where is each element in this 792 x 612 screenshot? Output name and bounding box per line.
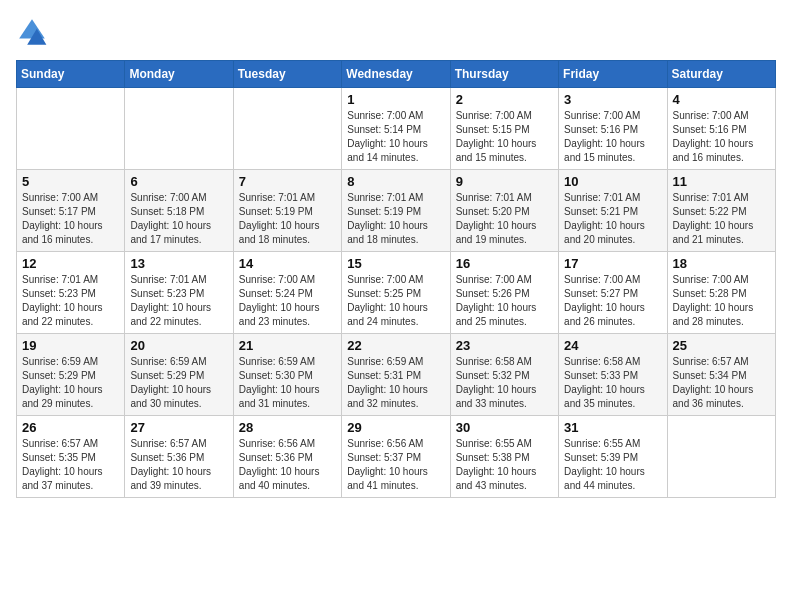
calendar-cell: 12Sunrise: 7:01 AM Sunset: 5:23 PM Dayli… <box>17 252 125 334</box>
calendar-cell: 23Sunrise: 6:58 AM Sunset: 5:32 PM Dayli… <box>450 334 558 416</box>
day-number: 13 <box>130 256 227 271</box>
calendar-cell: 10Sunrise: 7:01 AM Sunset: 5:21 PM Dayli… <box>559 170 667 252</box>
day-number: 23 <box>456 338 553 353</box>
calendar-cell: 14Sunrise: 7:00 AM Sunset: 5:24 PM Dayli… <box>233 252 341 334</box>
day-info: Sunrise: 6:59 AM Sunset: 5:29 PM Dayligh… <box>22 355 119 411</box>
calendar-cell: 13Sunrise: 7:01 AM Sunset: 5:23 PM Dayli… <box>125 252 233 334</box>
day-number: 12 <box>22 256 119 271</box>
svg-marker-0 <box>19 19 45 38</box>
day-number: 8 <box>347 174 444 189</box>
calendar-cell: 7Sunrise: 7:01 AM Sunset: 5:19 PM Daylig… <box>233 170 341 252</box>
day-info: Sunrise: 7:00 AM Sunset: 5:16 PM Dayligh… <box>564 109 661 165</box>
day-number: 10 <box>564 174 661 189</box>
day-number: 11 <box>673 174 770 189</box>
day-info: Sunrise: 7:01 AM Sunset: 5:20 PM Dayligh… <box>456 191 553 247</box>
calendar-cell: 8Sunrise: 7:01 AM Sunset: 5:19 PM Daylig… <box>342 170 450 252</box>
day-number: 18 <box>673 256 770 271</box>
logo <box>16 16 52 48</box>
calendar-cell: 17Sunrise: 7:00 AM Sunset: 5:27 PM Dayli… <box>559 252 667 334</box>
day-info: Sunrise: 7:00 AM Sunset: 5:18 PM Dayligh… <box>130 191 227 247</box>
day-number: 25 <box>673 338 770 353</box>
calendar-cell: 25Sunrise: 6:57 AM Sunset: 5:34 PM Dayli… <box>667 334 775 416</box>
day-number: 19 <box>22 338 119 353</box>
calendar-cell: 24Sunrise: 6:58 AM Sunset: 5:33 PM Dayli… <box>559 334 667 416</box>
calendar-cell <box>125 88 233 170</box>
week-row-1: 1Sunrise: 7:00 AM Sunset: 5:14 PM Daylig… <box>17 88 776 170</box>
day-info: Sunrise: 6:55 AM Sunset: 5:39 PM Dayligh… <box>564 437 661 493</box>
week-row-5: 26Sunrise: 6:57 AM Sunset: 5:35 PM Dayli… <box>17 416 776 498</box>
calendar-cell <box>667 416 775 498</box>
day-info: Sunrise: 7:00 AM Sunset: 5:17 PM Dayligh… <box>22 191 119 247</box>
day-info: Sunrise: 6:57 AM Sunset: 5:34 PM Dayligh… <box>673 355 770 411</box>
day-number: 6 <box>130 174 227 189</box>
weekday-header-monday: Monday <box>125 61 233 88</box>
day-info: Sunrise: 7:00 AM Sunset: 5:15 PM Dayligh… <box>456 109 553 165</box>
day-info: Sunrise: 7:01 AM Sunset: 5:19 PM Dayligh… <box>347 191 444 247</box>
calendar-cell: 29Sunrise: 6:56 AM Sunset: 5:37 PM Dayli… <box>342 416 450 498</box>
day-info: Sunrise: 7:00 AM Sunset: 5:14 PM Dayligh… <box>347 109 444 165</box>
day-number: 9 <box>456 174 553 189</box>
weekday-header-friday: Friday <box>559 61 667 88</box>
day-number: 21 <box>239 338 336 353</box>
day-number: 17 <box>564 256 661 271</box>
calendar-cell: 3Sunrise: 7:00 AM Sunset: 5:16 PM Daylig… <box>559 88 667 170</box>
day-info: Sunrise: 6:59 AM Sunset: 5:29 PM Dayligh… <box>130 355 227 411</box>
day-number: 15 <box>347 256 444 271</box>
logo-icon <box>16 16 48 48</box>
day-number: 31 <box>564 420 661 435</box>
day-number: 4 <box>673 92 770 107</box>
day-number: 28 <box>239 420 336 435</box>
calendar-cell: 22Sunrise: 6:59 AM Sunset: 5:31 PM Dayli… <box>342 334 450 416</box>
calendar-cell: 16Sunrise: 7:00 AM Sunset: 5:26 PM Dayli… <box>450 252 558 334</box>
day-info: Sunrise: 7:01 AM Sunset: 5:23 PM Dayligh… <box>130 273 227 329</box>
day-number: 14 <box>239 256 336 271</box>
calendar-cell: 18Sunrise: 7:00 AM Sunset: 5:28 PM Dayli… <box>667 252 775 334</box>
calendar-cell: 26Sunrise: 6:57 AM Sunset: 5:35 PM Dayli… <box>17 416 125 498</box>
page: SundayMondayTuesdayWednesdayThursdayFrid… <box>0 0 792 514</box>
day-number: 16 <box>456 256 553 271</box>
weekday-header-tuesday: Tuesday <box>233 61 341 88</box>
day-info: Sunrise: 6:56 AM Sunset: 5:37 PM Dayligh… <box>347 437 444 493</box>
day-info: Sunrise: 7:00 AM Sunset: 5:28 PM Dayligh… <box>673 273 770 329</box>
weekday-header-wednesday: Wednesday <box>342 61 450 88</box>
calendar-cell: 28Sunrise: 6:56 AM Sunset: 5:36 PM Dayli… <box>233 416 341 498</box>
weekday-header-row: SundayMondayTuesdayWednesdayThursdayFrid… <box>17 61 776 88</box>
day-info: Sunrise: 6:55 AM Sunset: 5:38 PM Dayligh… <box>456 437 553 493</box>
day-info: Sunrise: 7:01 AM Sunset: 5:19 PM Dayligh… <box>239 191 336 247</box>
week-row-3: 12Sunrise: 7:01 AM Sunset: 5:23 PM Dayli… <box>17 252 776 334</box>
day-info: Sunrise: 7:00 AM Sunset: 5:25 PM Dayligh… <box>347 273 444 329</box>
day-number: 24 <box>564 338 661 353</box>
calendar-cell: 31Sunrise: 6:55 AM Sunset: 5:39 PM Dayli… <box>559 416 667 498</box>
calendar-cell: 2Sunrise: 7:00 AM Sunset: 5:15 PM Daylig… <box>450 88 558 170</box>
day-info: Sunrise: 6:58 AM Sunset: 5:32 PM Dayligh… <box>456 355 553 411</box>
calendar-cell: 1Sunrise: 7:00 AM Sunset: 5:14 PM Daylig… <box>342 88 450 170</box>
day-info: Sunrise: 6:59 AM Sunset: 5:31 PM Dayligh… <box>347 355 444 411</box>
week-row-4: 19Sunrise: 6:59 AM Sunset: 5:29 PM Dayli… <box>17 334 776 416</box>
day-info: Sunrise: 6:57 AM Sunset: 5:35 PM Dayligh… <box>22 437 119 493</box>
calendar-cell: 9Sunrise: 7:01 AM Sunset: 5:20 PM Daylig… <box>450 170 558 252</box>
day-info: Sunrise: 7:00 AM Sunset: 5:26 PM Dayligh… <box>456 273 553 329</box>
day-info: Sunrise: 7:00 AM Sunset: 5:24 PM Dayligh… <box>239 273 336 329</box>
calendar-table: SundayMondayTuesdayWednesdayThursdayFrid… <box>16 60 776 498</box>
calendar-cell: 30Sunrise: 6:55 AM Sunset: 5:38 PM Dayli… <box>450 416 558 498</box>
day-number: 3 <box>564 92 661 107</box>
day-number: 22 <box>347 338 444 353</box>
day-info: Sunrise: 7:01 AM Sunset: 5:21 PM Dayligh… <box>564 191 661 247</box>
calendar-cell: 27Sunrise: 6:57 AM Sunset: 5:36 PM Dayli… <box>125 416 233 498</box>
day-number: 7 <box>239 174 336 189</box>
calendar-cell: 6Sunrise: 7:00 AM Sunset: 5:18 PM Daylig… <box>125 170 233 252</box>
day-number: 1 <box>347 92 444 107</box>
week-row-2: 5Sunrise: 7:00 AM Sunset: 5:17 PM Daylig… <box>17 170 776 252</box>
day-number: 30 <box>456 420 553 435</box>
calendar-cell: 19Sunrise: 6:59 AM Sunset: 5:29 PM Dayli… <box>17 334 125 416</box>
day-info: Sunrise: 6:58 AM Sunset: 5:33 PM Dayligh… <box>564 355 661 411</box>
day-number: 2 <box>456 92 553 107</box>
calendar-cell: 11Sunrise: 7:01 AM Sunset: 5:22 PM Dayli… <box>667 170 775 252</box>
header <box>16 16 776 48</box>
day-info: Sunrise: 7:00 AM Sunset: 5:16 PM Dayligh… <box>673 109 770 165</box>
day-number: 29 <box>347 420 444 435</box>
day-info: Sunrise: 6:59 AM Sunset: 5:30 PM Dayligh… <box>239 355 336 411</box>
weekday-header-saturday: Saturday <box>667 61 775 88</box>
day-info: Sunrise: 6:57 AM Sunset: 5:36 PM Dayligh… <box>130 437 227 493</box>
calendar-cell: 20Sunrise: 6:59 AM Sunset: 5:29 PM Dayli… <box>125 334 233 416</box>
